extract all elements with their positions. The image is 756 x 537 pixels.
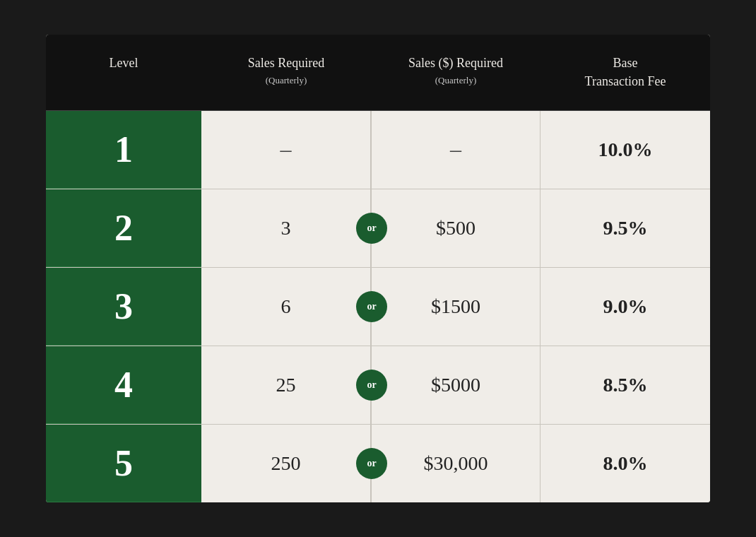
level-cell-2: 2: [46, 189, 201, 267]
table-body: 1 – – 10.0% 2 3 or $500: [46, 111, 710, 502]
fee-2: 9.5%: [541, 189, 710, 267]
level-cell-1: 1: [46, 111, 201, 189]
level-cell-5: 5: [46, 425, 201, 502]
or-badge-5: or: [356, 448, 387, 479]
fee-4: 8.5%: [541, 346, 710, 424]
table-header: Level Sales Required (Quarterly) Sales (…: [46, 35, 710, 110]
or-badge-4: or: [356, 370, 387, 401]
sales-dollar-3: or $1500: [371, 268, 541, 346]
fee-1: 10.0%: [541, 111, 710, 189]
sales-dollar-1: –: [371, 111, 541, 189]
header-sales-dollar: Sales ($) Required (Quarterly): [371, 35, 541, 110]
fee-5: 8.0%: [541, 425, 710, 502]
fee-3: 9.0%: [541, 268, 710, 346]
header-level: Level: [46, 35, 201, 110]
sales-qty-3: 6: [201, 268, 371, 346]
sales-qty-2: 3: [201, 189, 371, 267]
level-cell-3: 3: [46, 268, 201, 346]
sales-dollar-5: or $30,000: [371, 425, 541, 502]
sales-dollar-4: or $5000: [371, 346, 541, 424]
pricing-table: Level Sales Required (Quarterly) Sales (…: [46, 35, 710, 502]
header-fee: Base Transaction Fee: [541, 35, 710, 110]
or-badge-3: or: [356, 291, 387, 322]
sales-qty-4: 25: [201, 346, 371, 424]
sales-qty-1: –: [201, 111, 371, 189]
sales-dollar-2: or $500: [371, 189, 541, 267]
table-row: 1 – – 10.0%: [46, 111, 710, 189]
table-row: 5 250 or $30,000 8.0%: [46, 425, 710, 502]
header-sales-qty: Sales Required (Quarterly): [201, 35, 371, 110]
or-badge-2: or: [356, 213, 387, 244]
sales-qty-5: 250: [201, 425, 371, 502]
level-cell-4: 4: [46, 346, 201, 424]
table-row: 3 6 or $1500 9.0%: [46, 268, 710, 346]
table-row: 4 25 or $5000 8.5%: [46, 346, 710, 425]
table-row: 2 3 or $500 9.5%: [46, 189, 710, 268]
